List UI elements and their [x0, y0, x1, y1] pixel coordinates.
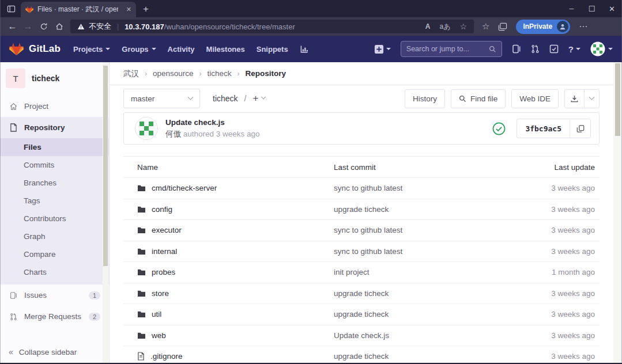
page-scrollbar-thumb[interactable] — [615, 63, 620, 136]
home-button[interactable] — [51, 19, 67, 35]
commit-message-link[interactable]: sync to github latest — [334, 247, 512, 256]
sidebar-item-repository[interactable]: Repository — [0, 117, 109, 138]
todos-nav-icon[interactable] — [549, 44, 559, 54]
commit-message-link[interactable]: upgrade ticheck — [334, 289, 512, 298]
merge-requests-nav-icon[interactable] — [531, 44, 540, 54]
translate-icon[interactable]: aあ — [439, 22, 450, 32]
history-button[interactable]: History — [405, 89, 445, 108]
inprivate-badge[interactable]: InPrivate — [516, 20, 570, 34]
back-button[interactable]: ← — [5, 19, 20, 35]
tab-close-button[interactable]: ✕ — [126, 6, 131, 13]
file-name-link[interactable]: .gitignore — [150, 352, 183, 361]
breadcrumb-separator: › — [145, 70, 147, 78]
sidebar-scrollbar[interactable] — [103, 62, 108, 364]
merge-request-icon — [9, 313, 18, 321]
web-ide-button[interactable]: Web IDE — [511, 89, 559, 108]
nav-item-snippets[interactable]: Snippets — [257, 45, 288, 54]
commit-message-link[interactable]: sync to github latest — [334, 226, 512, 234]
minimize-button[interactable]: ─ — [561, 0, 582, 17]
table-row[interactable]: executor sync to github latest 3 weeks a… — [123, 220, 600, 241]
add-file-button[interactable]: + — [252, 93, 265, 104]
url-host: 10.3.70.187 — [125, 22, 164, 31]
breadcrumb-subgroup[interactable]: opensource — [153, 69, 194, 78]
file-name-link[interactable]: internal — [152, 247, 177, 256]
sidebar-item-graph[interactable]: Graph — [0, 227, 109, 245]
tab-actions-button[interactable] — [2, 0, 20, 17]
find-file-button[interactable]: Find file — [451, 89, 506, 108]
sidebar-item-commits[interactable]: Commits — [0, 156, 109, 174]
file-name-link[interactable]: cmd/ticheck-server — [152, 184, 217, 192]
sidebar-item-issues[interactable]: Issues 1 — [0, 285, 109, 306]
settings-menu-icon[interactable]: ⋯ — [579, 21, 587, 32]
breadcrumb-group[interactable]: 武汉 — [123, 69, 139, 79]
nav-item-milestones[interactable]: Milestones — [206, 45, 245, 54]
breadcrumb-project[interactable]: ticheck — [208, 69, 232, 78]
commit-message-link[interactable]: upgrade ticheck — [334, 310, 512, 318]
read-aloud-icon[interactable]: A — [425, 22, 431, 31]
nav-item-activity[interactable]: Activity — [168, 45, 195, 54]
sidebar-item-contributors[interactable]: Contributors — [0, 210, 109, 227]
sidebar-item-files[interactable]: Files — [0, 138, 109, 156]
sidebar-item-merge-requests[interactable]: Merge Requests 2 — [0, 306, 109, 327]
file-name-link[interactable]: store — [152, 289, 169, 298]
refresh-button[interactable] — [36, 19, 51, 35]
file-name-link[interactable]: probes — [152, 268, 175, 276]
close-button[interactable]: ✕ — [602, 0, 622, 17]
commit-author-link[interactable]: 何傲 — [165, 130, 181, 138]
table-row[interactable]: util upgrade ticheck 3 weeks ago — [123, 304, 600, 325]
commit-message-link[interactable]: Update check.js — [334, 331, 512, 340]
nav-item-groups[interactable]: Groups — [122, 45, 156, 54]
file-name-link[interactable]: util — [152, 310, 161, 318]
commit-message-link[interactable]: sync to github latest — [334, 184, 512, 192]
table-row[interactable]: config upgrade ticheck 3 weeks ago — [123, 199, 600, 221]
favorite-star-icon[interactable]: ☆ — [459, 22, 467, 31]
caret-down-icon — [608, 48, 613, 50]
global-search[interactable] — [401, 41, 502, 57]
sidebar-item-tags[interactable]: Tags — [0, 192, 109, 210]
sidebar-item-charts[interactable]: Charts — [0, 263, 109, 281]
page-scrollbar[interactable] — [613, 62, 622, 364]
new-tab-button[interactable]: + — [143, 4, 149, 14]
favorites-bar-icon[interactable]: ☆ — [482, 21, 489, 32]
sidebar-item-project[interactable]: Project — [0, 96, 109, 117]
download-button[interactable] — [565, 90, 584, 108]
file-name-link[interactable]: executor — [152, 226, 182, 234]
pipeline-success-icon[interactable] — [492, 122, 506, 135]
help-menu-button[interactable]: ? — [568, 44, 580, 54]
address-bar[interactable]: 不安全 | 10.3.70.187/wuhan/opensource/tiche… — [70, 20, 474, 33]
commit-message-link[interactable]: init project — [334, 268, 512, 276]
search-input[interactable] — [406, 45, 489, 53]
gitlab-brand[interactable]: GitLab — [9, 42, 61, 56]
forward-button[interactable]: → — [20, 19, 36, 35]
table-row[interactable]: web Update check.js 3 weeks ago — [123, 325, 600, 347]
sidebar-scrollbar-thumb[interactable] — [103, 66, 108, 266]
browser-toolbar: ← → 不安全 | 10.3.70.187/wuhan/opensource/t… — [0, 17, 622, 36]
path-root[interactable]: ticheck — [213, 94, 238, 103]
collections-icon[interactable] — [498, 22, 507, 31]
table-row[interactable]: probes init project 1 month ago — [123, 262, 600, 283]
file-name-link[interactable]: web — [152, 331, 166, 340]
collapse-sidebar-button[interactable]: « Collapse sidebar — [0, 340, 108, 364]
commit-message-link[interactable]: upgrade ticheck — [334, 205, 512, 214]
table-row[interactable]: cmd/ticheck-server sync to github latest… — [123, 178, 600, 199]
table-row[interactable]: internal sync to github latest 3 weeks a… — [123, 241, 600, 263]
commit-message-link[interactable]: upgrade ticheck — [334, 352, 512, 361]
user-menu-button[interactable] — [590, 41, 613, 56]
nav-item-projects[interactable]: Projects — [73, 45, 110, 54]
chart-nav-icon[interactable] — [300, 45, 309, 54]
table-row[interactable]: store upgrade ticheck 3 weeks ago — [123, 283, 600, 305]
sidebar-item-branches[interactable]: Branches — [0, 174, 109, 192]
project-context[interactable]: T ticheck — [0, 62, 109, 96]
sidebar-item-compare[interactable]: Compare — [0, 245, 109, 263]
maximize-button[interactable]: ☐ — [582, 0, 602, 17]
issues-nav-icon[interactable] — [512, 44, 521, 54]
browser-tab[interactable]: Files · master · 武汉 / opensourc ✕ — [21, 2, 136, 17]
new-menu-button[interactable] — [374, 44, 391, 54]
branch-selector[interactable]: master — [123, 89, 200, 108]
file-name-link[interactable]: config — [152, 205, 172, 214]
copy-sha-button[interactable] — [570, 119, 590, 138]
commit-title-link[interactable]: Update check.js — [165, 118, 260, 127]
security-indicator[interactable]: 不安全 — [77, 21, 111, 32]
table-row[interactable]: .gitignore upgrade ticheck 3 weeks ago — [123, 346, 600, 364]
download-options-button[interactable] — [584, 90, 599, 108]
